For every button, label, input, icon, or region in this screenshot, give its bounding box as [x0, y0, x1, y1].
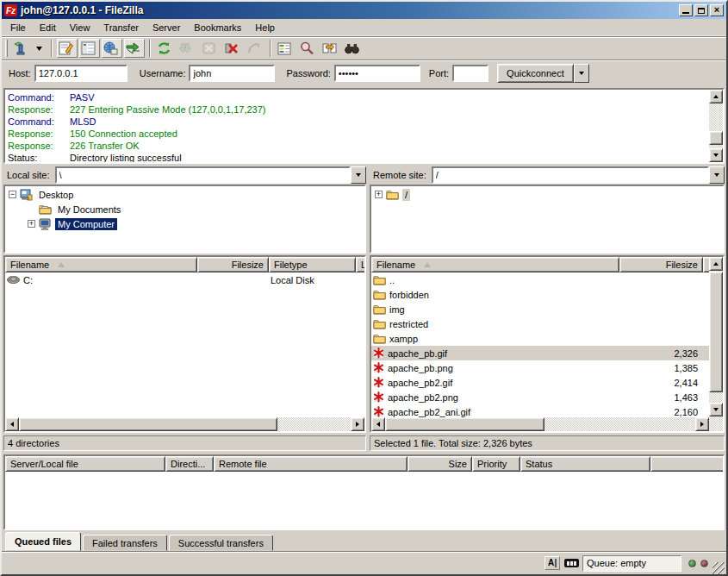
tab-successful-transfers[interactable]: Successful transfers [169, 535, 273, 551]
scroll-up-button[interactable] [709, 257, 723, 271]
column-header-priority[interactable]: Priority [472, 456, 520, 472]
toolbar-grip[interactable] [5, 40, 8, 57]
local-site-bar: Local site: [3, 166, 366, 185]
tree-item-desktop[interactable]: −Desktop [5, 187, 364, 202]
speed-limit-icon[interactable] [563, 556, 579, 570]
scroll-up-button[interactable] [709, 90, 723, 103]
port-input[interactable] [452, 65, 488, 82]
username-input[interactable] [189, 65, 275, 82]
arrow-left-icon [10, 422, 14, 427]
tree-item-my-computer[interactable]: +My Computer [5, 216, 364, 231]
expand-icon[interactable]: + [28, 220, 35, 228]
menu-item-edit[interactable]: Edit [33, 21, 63, 34]
maximize-button[interactable] [694, 4, 708, 16]
column-header-remote-file[interactable]: Remote file [214, 456, 408, 472]
column-header-blank[interactable] [650, 456, 725, 472]
toggle-local-tree-button[interactable] [79, 39, 100, 58]
site-manager-button[interactable] [12, 39, 33, 58]
expand-icon[interactable]: + [375, 191, 383, 198]
collapse-icon[interactable]: − [9, 191, 16, 198]
scroll-thumb[interactable] [709, 272, 723, 392]
close-button[interactable]: × [710, 4, 724, 16]
file-row-img[interactable]: img [371, 302, 709, 316]
site-manager-dropdown[interactable] [34, 39, 47, 58]
menu-bar: FileEditViewTransferServerBookmarksHelp [2, 19, 726, 36]
menu-item-server[interactable]: Server [146, 21, 187, 34]
remote-vertical-scrollbar[interactable] [709, 257, 723, 431]
cell-filetype: Local Disk [269, 275, 356, 285]
column-header-filesize[interactable]: Filesize [197, 257, 269, 272]
tab-queued-files[interactable]: Queued files [5, 532, 81, 551]
scroll-thumb[interactable] [709, 131, 723, 145]
menu-item-help[interactable]: Help [248, 21, 282, 34]
column-header-size[interactable]: Size [408, 456, 472, 472]
local-list-rows: C:Local Disk [5, 272, 364, 417]
column-header-filename[interactable]: Filename [5, 257, 197, 272]
cancel-operation-button[interactable] [200, 39, 221, 58]
filter-button[interactable] [276, 39, 296, 58]
reconnect-button[interactable] [245, 39, 265, 58]
host-input[interactable] [34, 65, 128, 82]
column-header-l[interactable]: L [356, 257, 366, 272]
toggle-transfer-queue-button[interactable] [124, 39, 145, 58]
compare-directories-button[interactable] [343, 39, 364, 58]
quickconnect-dropdown-button[interactable] [574, 64, 589, 83]
scroll-right-button[interactable] [695, 417, 709, 431]
file-row-forbidden[interactable]: forbidden [371, 287, 709, 302]
queue-status-text: Queue: empty [587, 558, 646, 568]
local-site-input[interactable] [55, 166, 351, 184]
file-row-apache-pb-png[interactable]: apache_pb.png1,385 [371, 360, 709, 375]
tree-item-my-documents[interactable]: My Documents [5, 202, 364, 216]
scroll-down-button[interactable] [709, 403, 723, 416]
column-header-directi-[interactable]: Directi... [165, 456, 214, 472]
menu-item-bookmarks[interactable]: Bookmarks [187, 21, 248, 34]
file-row-apache-pb-gif[interactable]: apache_pb.gif2,326 [371, 346, 709, 360]
menu-item-view[interactable]: View [63, 21, 97, 34]
file-row--[interactable]: .. [371, 272, 709, 287]
menu-item-file[interactable]: File [3, 21, 33, 34]
remote-horizontal-scrollbar[interactable] [371, 417, 709, 431]
ascii-transfer-type-icon[interactable]: A [544, 556, 560, 570]
file-search-button[interactable] [298, 39, 319, 58]
file-row-c-[interactable]: C:Local Disk [5, 272, 364, 287]
scroll-right-button[interactable] [351, 417, 364, 431]
tab-failed-transfers[interactable]: Failed transfers [83, 535, 167, 551]
menu-item-transfer[interactable]: Transfer [96, 21, 146, 34]
file-row-apache-pb2-gif[interactable]: apache_pb2.gif2,414 [371, 375, 709, 390]
file-row-xampp[interactable]: xampp [371, 331, 709, 346]
local-site-dropdown-button[interactable] [351, 166, 366, 184]
column-header-filetype[interactable]: Filetype [269, 257, 356, 272]
local-horizontal-scrollbar[interactable] [5, 417, 364, 431]
filter-icon [277, 42, 291, 55]
image-file-icon [373, 377, 384, 388]
minimize-button[interactable] [679, 4, 693, 16]
column-header-status[interactable]: Status [520, 456, 650, 472]
scroll-left-button[interactable] [5, 417, 19, 431]
local-status-area: 4 directories [3, 433, 366, 451]
process-queue-button[interactable] [177, 39, 198, 58]
column-header-filesize[interactable]: Filesize [619, 257, 703, 272]
message-log-scrollbar[interactable] [709, 90, 723, 162]
file-row-restricted[interactable]: restricted [371, 316, 709, 331]
tree-item--[interactable]: +/ [371, 187, 723, 202]
file-row-apache-pb2-ani-gif[interactable]: apache_pb2_ani.gif2,160 [371, 404, 709, 417]
refresh-button[interactable] [155, 39, 176, 58]
toggle-message-log-button[interactable] [57, 39, 78, 58]
toggle-remote-tree-button[interactable] [102, 39, 122, 58]
resize-grip[interactable] [712, 562, 725, 574]
scroll-thumb[interactable] [385, 417, 544, 431]
quickconnect-button[interactable]: Quickconnect [497, 64, 574, 83]
disconnect-button[interactable] [222, 39, 243, 58]
remote-site-input[interactable] [432, 166, 709, 184]
remote-site-dropdown-button[interactable] [709, 166, 725, 184]
password-input[interactable] [334, 65, 420, 82]
file-row-apache-pb2-png[interactable]: apache_pb2.png1,463 [371, 390, 709, 404]
scroll-down-button[interactable] [709, 148, 723, 162]
column-header-filename[interactable]: Filename [371, 257, 619, 272]
scroll-left-button[interactable] [371, 417, 385, 431]
column-header-server-local-file[interactable]: Server/Local file [5, 456, 165, 472]
remote-site-label: Remote site: [370, 170, 432, 180]
column-header-label: Size [449, 459, 467, 469]
synchronized-browsing-button[interactable] [320, 39, 341, 58]
scroll-thumb[interactable] [19, 417, 277, 431]
